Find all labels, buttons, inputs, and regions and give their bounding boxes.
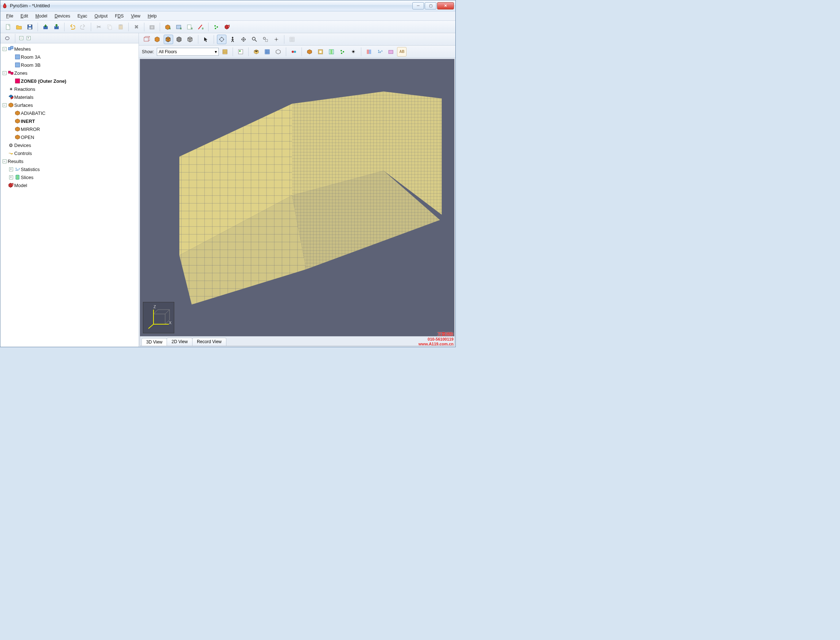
tree-inert[interactable]: INERT [1,117,138,125]
menu-help[interactable]: Help [145,13,160,20]
new-mesh-icon[interactable]: ✲ [163,22,172,32]
new-obstruction-icon[interactable] [222,22,232,32]
solid-wire-view-icon[interactable] [164,35,173,44]
tab-record-view[interactable]: Record View [192,338,227,346]
tree-adiabatic[interactable]: ADIABATIC [1,109,138,117]
menu-model[interactable]: Model [32,13,50,20]
svg-point-45 [294,51,296,53]
show-stats-icon[interactable]: 1₂³ [375,47,385,56]
menu-output[interactable]: Output [91,13,110,20]
floor-selector[interactable]: All Floors▾ [157,48,219,56]
cut-icon[interactable]: ✂ [94,22,104,32]
show-obstructions-icon[interactable] [273,47,283,56]
menu-file[interactable]: File [3,13,16,20]
svg-rect-55 [389,50,393,54]
menu-view[interactable]: View [128,13,143,20]
maximize-button[interactable]: ▢ [425,2,436,10]
undo-icon[interactable] [67,22,77,32]
import-icon[interactable] [41,22,50,32]
model-tree[interactable]: −Meshes Room 3A Room 3B −Zones ZONE0 (Ou… [0,43,139,347]
zoom-box-tool-icon[interactable] [261,35,270,44]
show-holes-icon[interactable] [316,47,325,56]
svg-rect-39 [290,37,294,42]
tree-room3a[interactable]: Room 3A [1,53,138,61]
new-device-icon[interactable]: ✲ [196,22,205,32]
show-devices-icon[interactable] [289,47,299,56]
tree-mirror[interactable]: MIRROR [1,125,138,133]
pan-tool-icon[interactable] [239,35,248,44]
layer-toggle-icon[interactable] [236,47,245,56]
close-button[interactable]: ✕ [437,2,454,10]
app-window: PyroSim - *Untitled ─ ▢ ✕ File Edit Mode… [0,0,456,347]
tree-meshes[interactable]: −Meshes [1,45,138,53]
tree-open[interactable]: OPEN [1,133,138,141]
run-fds-icon[interactable] [147,22,157,32]
show-slices-icon[interactable] [327,47,336,56]
orbit-tool-icon[interactable] [217,35,227,44]
titlebar: PyroSim - *Untitled ─ ▢ ✕ [0,0,455,11]
tree-zones[interactable]: −Zones [1,69,138,77]
new-particle-icon[interactable] [211,22,221,32]
reset-view-icon[interactable] [271,35,281,44]
outline-view-icon[interactable] [175,35,184,44]
floor-settings-icon[interactable] [220,47,230,56]
svg-point-11 [151,26,153,29]
svg-point-34 [232,37,233,38]
menu-fds[interactable]: FDS [112,13,126,20]
show-particles-icon[interactable] [338,47,347,56]
tree-materials[interactable]: Materials [1,93,138,101]
tree-devices[interactable]: ⚙Devices [1,141,138,149]
menu-devices[interactable]: Devices [52,13,73,20]
expand-all-icon[interactable]: + [26,35,31,41]
menu-evac[interactable]: Evac [74,13,90,20]
tree-room3b[interactable]: Room 3B [1,61,138,69]
tree-surfaces[interactable]: −Surfaces [1,101,138,109]
tab-2d-view[interactable]: 2D View [167,338,192,346]
new-surface-icon[interactable]: ✲ [174,22,184,32]
new-reaction-icon[interactable]: ✲ [185,22,194,32]
minimize-button[interactable]: ─ [412,2,424,10]
tree-results[interactable]: −Results [1,157,138,165]
delete-icon[interactable]: ✖ [132,22,141,32]
hidden-line-view-icon[interactable] [185,35,195,44]
select-tool-icon[interactable] [201,35,211,44]
export-icon[interactable] [52,22,61,32]
statistics-icon: 1₂³ [14,167,21,171]
solid-view-icon[interactable] [153,35,162,44]
show-mesh-bounds-icon[interactable] [262,47,272,56]
zoom-tool-icon[interactable] [250,35,259,44]
show-labels-icon[interactable]: AB [397,47,407,56]
3d-viewport[interactable]: Z X 3D View 2D View Record View [140,59,455,346]
paste-icon[interactable] [116,22,125,32]
slices-icon [14,175,21,180]
open-file-icon[interactable] [14,22,24,32]
model-icon [8,182,14,188]
controls-icon [8,150,14,156]
tree-model[interactable]: Model [1,181,138,189]
menu-edit[interactable]: Edit [18,13,31,20]
walk-tool-icon[interactable] [228,35,237,44]
tree-controls[interactable]: Controls [1,149,138,157]
snap-grid-icon[interactable] [287,35,297,44]
svg-rect-3 [29,27,31,29]
tree-reactions[interactable]: ✴Reactions [1,85,138,93]
tree-slices[interactable]: +Slices [1,173,138,181]
show-zones-icon[interactable] [364,47,374,56]
tree-statistics[interactable]: +1₂³Statistics [1,165,138,173]
show-vents-icon[interactable] [305,47,314,56]
tree-zone0[interactable]: ZONE0 (Outer Zone) [1,77,138,85]
show-results-icon[interactable] [386,47,396,56]
show-reactions-icon[interactable]: ✴ [348,47,358,56]
wireframe-view-icon[interactable] [142,35,151,44]
tab-3d-view[interactable]: 3D View [141,338,167,346]
redo-icon[interactable] [78,22,88,32]
copy-icon[interactable] [105,22,115,32]
link-tree-icon[interactable] [3,34,12,43]
collapse-all-icon[interactable]: − [18,35,24,41]
reactions-icon: ✴ [8,86,14,92]
axis-widget[interactable]: Z X [143,302,174,333]
svg-point-50 [340,50,342,51]
save-file-icon[interactable] [25,22,35,32]
show-mesh-icon[interactable] [252,47,261,56]
new-file-icon[interactable] [3,22,13,32]
